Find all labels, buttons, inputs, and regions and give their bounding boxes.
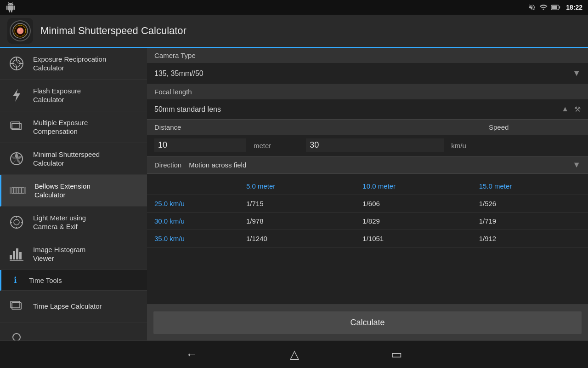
svg-point-26 [14,219,19,225]
svg-rect-23 [10,187,12,194]
sidebar-label: Time Lapse Calculator [33,302,102,311]
sidebar-label: Flash ExposureCalculator [33,86,81,104]
wifi-icon [539,3,548,12]
main-layout: Exposure ReciprocationCalculator Flash E… [0,48,588,340]
android-icon [6,2,16,12]
sidebar-item-time-lapse[interactable]: Time Lapse Calculator [0,291,147,322]
svg-rect-32 [13,251,15,259]
svg-rect-1 [552,6,557,9]
sidebar-label: Bellows ExtensionCalculator [34,182,90,200]
content-area: Camera Type 135, 35mm//50 ▼ Focal length… [147,48,588,340]
sidebar-item-flash-exposure[interactable]: Flash ExposureCalculator [0,80,147,111]
table-cell-35-15: 1/912 [472,230,588,247]
shutter-icon [7,150,26,168]
svg-point-7 [18,29,20,31]
recents-button[interactable]: ▭ [391,347,402,362]
calculate-button-area: Calculate [147,305,588,340]
svg-rect-2 [559,6,560,9]
section-header-label: Time Tools [29,276,62,284]
svg-rect-34 [19,252,22,259]
camera-icon [7,213,26,231]
app-icon [7,18,33,44]
svg-rect-18 [11,188,25,193]
title-bar: Minimal Shutterspeed Calculator [0,15,588,48]
distance-input[interactable] [154,138,246,152]
partial-icon [7,328,26,341]
app-title: Minimal Shutterspeed Calculator [40,25,187,37]
mute-icon [528,4,536,11]
sidebar-item-bellows-extension[interactable]: Bellows ExtensionCalculator [0,175,147,207]
speed-header: Speed [489,123,581,131]
bellows-icon [9,181,27,200]
info-icon: ℹ [9,274,22,287]
sidebar-item-minimal-shutterspeed[interactable]: Minimal ShutterspeedCalculator [0,143,147,175]
sidebar-item-exposure-reciprocation[interactable]: Exposure ReciprocationCalculator [0,48,147,80]
focal-length-label: Focal length [147,84,588,99]
speed-unit: km/u [451,142,466,150]
svg-marker-14 [13,89,20,102]
direction-row[interactable]: Direction Motion across field ▼ [147,156,588,174]
table-row-speed-30: 30.0 km/u [147,213,239,230]
table-header-15m: 15.0 meter [472,178,588,195]
time-display: 18:22 [566,4,582,11]
layers-icon [7,118,26,136]
table-cell-30-15: 1/719 [472,213,588,230]
status-left [6,2,16,12]
sidebar-item-partial [0,322,147,340]
table-cell-35-10: 1/1051 [355,230,471,247]
home-button[interactable]: △ [290,347,299,362]
sidebar-section-time-tools: ℹ Time Tools [0,270,147,291]
table-row-speed-25: 25.0 km/u [147,195,239,213]
table-cell-25-5: 1/715 [239,195,355,213]
sidebar-label: Multiple ExposureCompensation [33,118,88,136]
camera-type-text: 135, 35mm//50 [154,69,204,78]
distance-speed-row: meter km/u [147,135,588,156]
svg-point-25 [11,216,23,228]
speed-input[interactable] [306,138,444,152]
aperture-icon [7,54,26,73]
svg-rect-31 [10,255,12,259]
camera-type-label: Camera Type [147,48,588,63]
distance-unit: meter [254,142,271,150]
focal-length-section: Focal length 50mm standard lens ▲ ⚒ [147,84,588,120]
svg-rect-33 [16,248,18,259]
direction-label: Direction [154,161,181,169]
table-cell-30-10: 1/829 [355,213,471,230]
histogram-icon [7,245,26,263]
table-header-empty [147,178,239,195]
table-cell-30-5: 1/978 [239,213,355,230]
distance-header: Distance [154,123,489,131]
table-header-5m: 5.0 meter [239,178,355,195]
calculate-button[interactable]: Calculate [153,311,582,334]
sidebar-label: Minimal ShutterspeedCalculator [33,150,100,168]
direction-dropdown-arrow: ▼ [572,160,581,170]
nav-bar: ← △ ▭ [0,340,588,368]
time-lapse-icon [7,297,26,316]
sidebar-label: Light Meter usingCamera & Exif [33,213,86,231]
focal-length-text: 50mm standard lens [154,105,221,114]
table-cell-25-15: 1/526 [472,195,588,213]
table-header-10m: 10.0 meter [355,178,471,195]
focal-length-icon2: ⚒ [574,105,581,114]
focal-length-value[interactable]: 50mm standard lens ▲ ⚒ [147,99,588,119]
table-grid: 5.0 meter 10.0 meter 15.0 meter 25.0 km/… [147,178,588,247]
distance-speed-header: Distance Speed [147,120,588,135]
sidebar-item-multiple-exposure[interactable]: Multiple ExposureCompensation [0,111,147,143]
table-cell-35-5: 1/1240 [239,230,355,247]
results-table: 5.0 meter 10.0 meter 15.0 meter 25.0 km/… [147,174,588,305]
camera-type-value[interactable]: 135, 35mm//50 ▼ [147,63,588,84]
focal-length-icon1: ▲ [561,105,569,114]
sidebar: Exposure ReciprocationCalculator Flash E… [0,48,147,340]
svg-point-6 [17,28,23,34]
direction-value: Motion across field [189,161,572,169]
sidebar-item-light-meter[interactable]: Light Meter usingCamera & Exif [0,207,147,238]
status-right: 18:22 [528,3,582,12]
camera-type-dropdown-arrow: ▼ [572,69,581,78]
battery-icon [551,4,560,11]
table-row-speed-35: 35.0 km/u [147,230,239,247]
back-button[interactable]: ← [186,347,198,362]
svg-rect-24 [24,187,26,194]
camera-type-section: Camera Type 135, 35mm//50 ▼ [147,48,588,84]
table-cell-25-10: 1/606 [355,195,471,213]
sidebar-item-image-histogram[interactable]: Image HistogramViewer [0,238,147,270]
